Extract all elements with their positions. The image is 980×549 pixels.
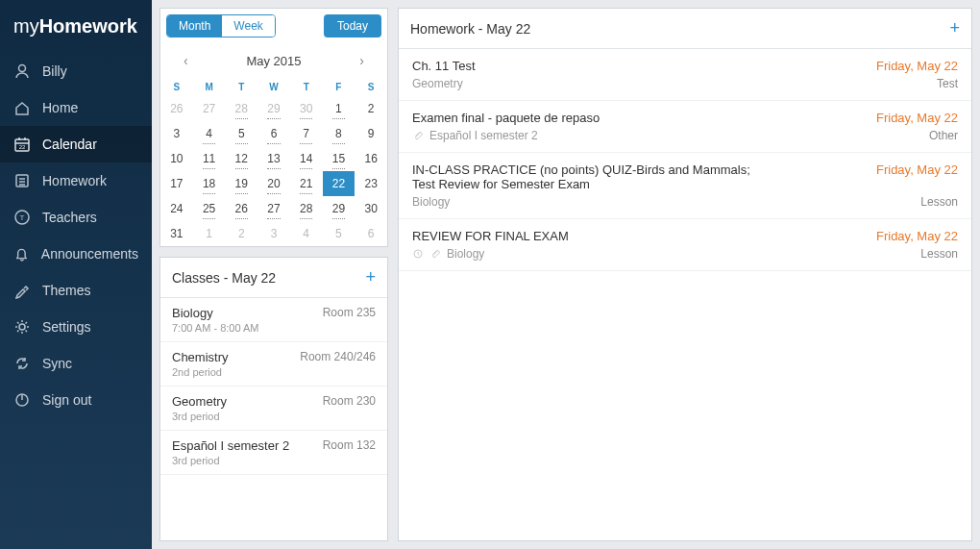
class-name: Chemistry [172, 350, 229, 364]
calendar-day[interactable]: 29 [323, 196, 355, 221]
add-homework-button[interactable]: + [949, 18, 960, 38]
calendar-day[interactable]: 20 [257, 171, 290, 196]
add-class-button[interactable]: + [365, 267, 376, 287]
calendar-day[interactable]: 25 [193, 196, 226, 221]
homework-item[interactable]: IN-CLASS PRACTICE (no points) QUIZ-Birds… [399, 153, 971, 219]
calendar-day[interactable]: 8 [323, 121, 355, 146]
sidebar-item-home[interactable]: Home [0, 89, 152, 126]
sidebar-item-teachers[interactable]: TTeachers [0, 199, 152, 236]
sidebar-item-label: Themes [42, 283, 91, 298]
homework-due: Friday, May 22 [876, 229, 958, 243]
calendar-day[interactable]: 11 [193, 146, 226, 171]
today-button[interactable]: Today [324, 14, 381, 37]
logo-strong: Homework [39, 15, 137, 37]
homework-panel: Homework - May 22 + Ch. 11 TestFriday, M… [398, 8, 972, 541]
class-room: Room 240/246 [300, 350, 376, 363]
sidebar-item-label: Settings [42, 319, 91, 335]
class-item[interactable]: Biology7:00 AM - 8:00 AMRoom 235 [160, 298, 387, 342]
sidebar-item-signout[interactable]: Sign out [0, 382, 152, 418]
sidebar-item-sync[interactable]: Sync [0, 345, 152, 382]
logo-prefix: my [13, 15, 39, 37]
class-time: 3rd period [172, 455, 289, 466]
calendar-day[interactable]: 22 [323, 171, 355, 196]
bell-icon [13, 245, 30, 262]
homework-due: Friday, May 22 [876, 162, 958, 191]
calendar-day[interactable]: 6 [355, 221, 387, 246]
calendar-day[interactable]: 4 [193, 121, 226, 146]
calendar-day[interactable]: 28 [290, 196, 323, 221]
classes-panel: Classes - May 22 + Biology7:00 AM - 8:00… [159, 257, 388, 541]
homework-item[interactable]: REVIEW FOR FINAL EXAMFriday, May 22Biolo… [399, 219, 971, 271]
calendar-day[interactable]: 14 [290, 146, 323, 171]
homework-title: IN-CLASS PRACTICE (no points) QUIZ-Birds… [412, 162, 750, 191]
sidebar-item-settings[interactable]: Settings [0, 309, 152, 345]
homework-subject: Geometry [412, 77, 463, 90]
svg-text:22: 22 [19, 144, 26, 150]
calendar-day[interactable]: 24 [160, 196, 193, 221]
sidebar-item-label: Billy [42, 63, 67, 79]
calendar-day[interactable]: 2 [225, 221, 257, 246]
sidebar-item-homework[interactable]: Homework [0, 162, 152, 199]
classes-title: Classes - May 22 [172, 270, 276, 286]
calendar-day[interactable]: 27 [257, 196, 290, 221]
calendar-day[interactable]: 3 [257, 221, 290, 246]
list-icon [13, 172, 31, 189]
brush-icon [13, 282, 31, 299]
calendar-day[interactable]: 1 [323, 96, 355, 121]
class-item[interactable]: Español I semester 23rd periodRoom 132 [160, 431, 387, 475]
class-item[interactable]: Geometry3rd periodRoom 230 [160, 387, 387, 431]
homework-due: Friday, May 22 [876, 59, 958, 73]
calendar-day[interactable]: 2 [355, 96, 387, 121]
calendar-day[interactable]: 3 [160, 121, 193, 146]
calendar-day[interactable]: 28 [225, 96, 257, 121]
calendar-day[interactable]: 12 [225, 146, 257, 171]
svg-text:T: T [20, 213, 25, 222]
month-tab[interactable]: Month [167, 15, 222, 37]
calendar-dow: M [193, 78, 226, 96]
calendar-day[interactable]: 6 [257, 121, 290, 146]
calendar-day[interactable]: 10 [160, 146, 193, 171]
class-time: 3rd period [172, 411, 227, 422]
calendar-day[interactable]: 15 [323, 146, 355, 171]
calendar-day[interactable]: 18 [193, 171, 226, 196]
attachment-icon [412, 130, 424, 141]
calendar-day[interactable]: 19 [225, 171, 257, 196]
homework-type: Test [937, 77, 958, 90]
calendar-day[interactable]: 29 [257, 96, 290, 121]
calendar-day[interactable]: 9 [355, 121, 387, 146]
week-tab[interactable]: Week [222, 15, 274, 37]
sidebar-item-calendar[interactable]: 22Calendar [0, 126, 152, 162]
calendar-dow: T [225, 78, 257, 96]
sidebar-item-label: Announcements [41, 246, 138, 262]
view-segmented: Month Week [166, 14, 276, 37]
sync-icon [13, 355, 31, 372]
homework-item[interactable]: Examen final - paquete de repasoFriday, … [399, 101, 971, 153]
home-icon [13, 99, 31, 116]
calendar-day[interactable]: 7 [290, 121, 323, 146]
calendar-day[interactable]: 17 [160, 171, 193, 196]
calendar-day[interactable]: 23 [355, 171, 387, 196]
calendar-day[interactable]: 26 [225, 196, 257, 221]
homework-title: REVIEW FOR FINAL EXAM [412, 229, 569, 243]
calendar-icon: 22 [13, 136, 31, 153]
calendar-day[interactable]: 27 [193, 96, 226, 121]
calendar-day[interactable]: 26 [160, 96, 193, 121]
calendar-day[interactable]: 5 [323, 221, 355, 246]
sidebar-item-announcements[interactable]: Announcements [0, 236, 152, 272]
calendar-day[interactable]: 30 [290, 96, 323, 121]
calendar-day[interactable]: 21 [290, 171, 323, 196]
svg-point-0 [19, 65, 26, 72]
calendar-day[interactable]: 31 [160, 221, 193, 246]
calendar-day[interactable]: 16 [355, 146, 387, 171]
calendar-day[interactable]: 5 [225, 121, 257, 146]
sidebar-item-themes[interactable]: Themes [0, 272, 152, 309]
calendar-day[interactable]: 4 [290, 221, 323, 246]
homework-item[interactable]: Ch. 11 TestFriday, May 22GeometryTest [399, 49, 971, 101]
next-month-button[interactable]: › [352, 49, 372, 72]
calendar-day[interactable]: 13 [257, 146, 290, 171]
calendar-day[interactable]: 30 [355, 196, 387, 221]
class-item[interactable]: Chemistry2nd periodRoom 240/246 [160, 342, 387, 387]
prev-month-button[interactable]: ‹ [176, 49, 196, 72]
sidebar-item-user[interactable]: Billy [0, 53, 152, 89]
calendar-day[interactable]: 1 [193, 221, 226, 246]
